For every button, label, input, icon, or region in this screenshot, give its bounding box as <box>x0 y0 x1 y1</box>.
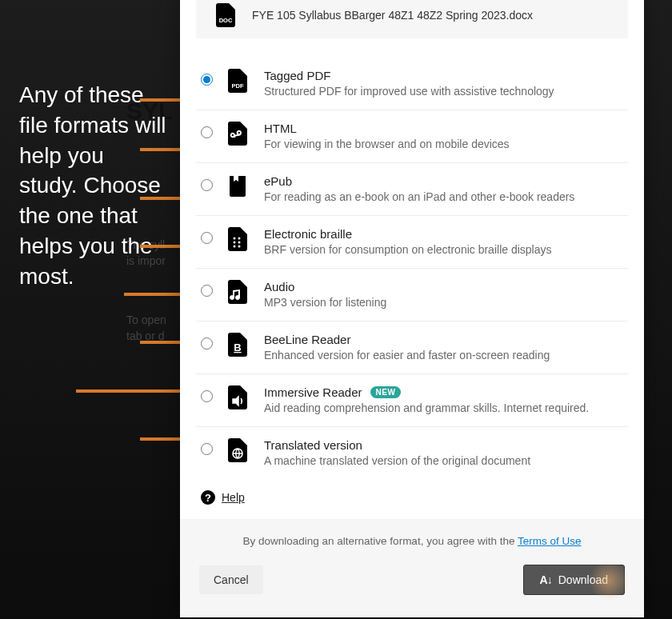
help-link[interactable]: Help <box>222 491 245 504</box>
option-desc: MP3 version for listening <box>264 296 386 309</box>
download-label: Download <box>558 573 608 586</box>
format-option-braille[interactable]: Electronic braille BRF version for consu… <box>196 216 628 269</box>
svg-point-4 <box>234 246 236 248</box>
option-title: BeeLine Reader <box>264 333 350 346</box>
svg-text:B: B <box>234 341 241 353</box>
svg-point-6 <box>238 242 241 244</box>
help-icon: ? <box>201 490 215 505</box>
option-title: Translated version <box>264 438 362 452</box>
format-option-beeline[interactable]: B BeeLine Reader Enhanced version for ea… <box>196 321 628 374</box>
pdf-icon: PDF <box>227 69 248 93</box>
radio-epub[interactable] <box>201 179 213 191</box>
option-desc: For reading as an e-book on an iPad and … <box>264 190 574 203</box>
format-option-epub[interactable]: ePub For reading as an e-book on an iPad… <box>196 163 628 216</box>
help-row: ? Help <box>180 479 644 519</box>
option-title: ePub <box>264 174 292 188</box>
epub-icon <box>227 174 248 198</box>
format-option-pdf[interactable]: PDF Tagged PDF Structured PDF for improv… <box>196 58 628 110</box>
svg-text:DOC: DOC <box>219 17 233 24</box>
option-title: HTML <box>264 122 297 135</box>
radio-immersive[interactable] <box>201 390 213 402</box>
option-desc: BRF version for consumption on electroni… <box>264 243 552 256</box>
format-option-immersive[interactable]: Immersive Reader NEW Aid reading compreh… <box>196 374 628 427</box>
format-option-translated[interactable]: Translated version A machine translated … <box>196 427 628 479</box>
radio-beeline[interactable] <box>201 337 213 349</box>
svg-point-5 <box>238 238 241 240</box>
svg-text:PDF: PDF <box>232 82 244 90</box>
format-options: PDF Tagged PDF Structured PDF for improv… <box>180 58 644 479</box>
cancel-button[interactable]: Cancel <box>199 565 263 594</box>
radio-braille[interactable] <box>201 232 213 244</box>
option-title: Electronic braille <box>264 227 352 241</box>
radio-html[interactable] <box>201 126 213 138</box>
option-desc: Aid reading comprehension and grammar sk… <box>264 401 589 414</box>
svg-point-7 <box>238 246 241 248</box>
option-title: Tagged PDF <box>264 69 330 82</box>
radio-audio[interactable] <box>201 285 213 297</box>
format-option-html[interactable]: HTML For viewing in the browser and on m… <box>196 110 628 163</box>
radio-translated[interactable] <box>201 443 213 455</box>
translated-icon <box>227 438 248 462</box>
beeline-icon: B <box>227 333 248 357</box>
option-desc: A machine translated version of the orig… <box>264 454 530 467</box>
option-desc: Structured PDF for improved use with ass… <box>264 85 554 98</box>
file-name: FYE 105 Syllabus BBarger 48Z1 48Z2 Sprin… <box>252 9 533 22</box>
option-desc: For viewing in the browser and on mobile… <box>264 138 510 150</box>
svg-point-2 <box>234 238 236 240</box>
download-icon: A↓ <box>540 573 552 586</box>
file-header: DOC FYE 105 Syllabus BBarger 48Z1 48Z2 S… <box>196 0 628 38</box>
option-title: Immersive Reader <box>264 385 362 399</box>
option-desc: Enhanced version for easier and faster o… <box>264 349 550 361</box>
immersive-icon <box>227 385 248 409</box>
terms-prefix: By downloading an alternative format, yo… <box>243 535 518 547</box>
svg-point-3 <box>234 242 236 244</box>
modal-footer: By downloading an alternative format, yo… <box>180 519 644 617</box>
option-title: Audio <box>264 280 294 294</box>
radio-pdf[interactable] <box>201 74 213 86</box>
doc-file-icon: DOC <box>215 3 236 27</box>
terms-link[interactable]: Terms of Use <box>518 535 582 547</box>
format-option-audio[interactable]: Audio MP3 version for listening <box>196 269 628 321</box>
braille-icon <box>227 227 248 251</box>
download-button[interactable]: A↓ Download <box>523 565 625 595</box>
arrow-7 <box>76 387 193 395</box>
download-modal: DOC FYE 105 Syllabus BBarger 48Z1 48Z2 S… <box>180 0 644 617</box>
annotation-text: Any of these file formats will help you … <box>19 80 167 292</box>
html-icon <box>227 122 248 146</box>
terms-text: By downloading an alternative format, yo… <box>199 535 625 547</box>
audio-icon <box>227 280 248 304</box>
bg-text-open: To open <box>126 313 166 326</box>
new-badge: NEW <box>370 386 402 398</box>
